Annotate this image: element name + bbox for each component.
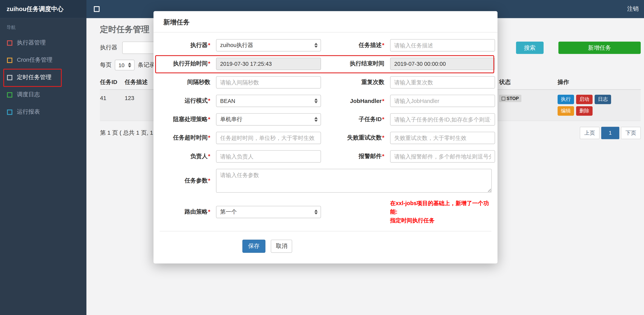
menu-square-icon [7,58,12,63]
modal-title: 新增任务 [154,11,498,33]
log-button[interactable]: 日志 [595,95,611,104]
collapse-menu-icon[interactable] [94,6,100,12]
sidebar: 导航 执行器管理 Cron任务管理 定时任务管理 调度日志 运行报表 [0,18,86,315]
end-time-label: 执行结束时间 [321,60,390,68]
select-arrows-icon [314,117,318,122]
sidebar-nav-label: 导航 [0,18,86,34]
block-strategy-label: 阻塞处理策略* [157,116,216,123]
modal-footer: 保存 取消 [154,231,498,253]
status-text: STOP [506,96,519,101]
interval-input[interactable] [216,76,321,89]
per-page-suffix: 条记录 [138,61,155,69]
job-param-label: 任务参数* [157,177,216,184]
job-handler-input[interactable] [390,95,495,107]
route-strategy-select-value: 第一个 [220,208,237,216]
stop-status-icon [502,97,505,100]
block-strategy-select[interactable]: 单机串行 [216,113,321,126]
child-job-id-input[interactable] [390,113,495,126]
menu-square-icon [7,40,12,46]
menu-square-icon [7,75,12,80]
header-job-id: 任务ID [100,79,125,86]
edit-button[interactable]: 编辑 [558,106,574,116]
alarm-email-label: 报警邮件* [321,153,390,160]
next-page-button[interactable]: 下页 [621,127,641,139]
run-mode-select-value: BEAN [220,98,235,104]
app-root: zuihou任务调度中心 注销 导航 执行器管理 Cron任务管理 定时任务管理… [0,0,644,315]
select-arrows-icon [314,209,318,214]
block-strategy-select-value: 单机串行 [220,116,242,123]
cancel-button[interactable]: 取消 [271,239,292,253]
cell-job-id: 41 [100,95,125,101]
executor-select-value: zuihou执行器 [220,42,253,49]
timeout-label: 任务超时时间* [157,134,216,142]
job-desc-input[interactable] [390,39,495,52]
sidebar-item-executor-manage[interactable]: 执行器管理 [0,34,86,52]
start-time-input[interactable] [216,58,321,70]
prev-page-button[interactable]: 上页 [580,127,600,139]
executor-label: 执行器* [157,42,216,49]
page-1-button[interactable]: 1 [601,127,620,139]
run-mode-label: 运行模式* [157,97,216,105]
sidebar-item-label: 调度日志 [17,91,40,98]
run-button[interactable]: 执行 [558,95,574,104]
start-button[interactable]: 启动 [576,95,592,104]
per-page-value: 10 [118,62,124,68]
add-job-button[interactable]: 新增任务 [558,42,641,54]
save-button[interactable]: 保存 [242,239,265,253]
end-time-input[interactable] [390,58,495,70]
pagination-summary: 第 1 页 ( 总共 1 页, 1 [100,129,153,137]
sidebar-item-label: 运行报表 [17,108,40,116]
sidebar-item-label: 执行器管理 [17,39,46,47]
header-status: 状态 [499,79,558,86]
cell-actions: 执行 启动 日志 编辑 删除 [558,95,641,116]
route-strategy-select[interactable]: 第一个 [216,206,321,218]
modal-body: 执行器* zuihou执行器 任务描述* 执行开始时间* 执行结束时间 间隔秒数 [154,33,498,225]
job-param-textarea[interactable] [216,169,492,192]
job-handler-label: JobHandler* [321,98,390,104]
executor-filter-label: 执行器 [100,44,117,52]
route-strategy-label: 路由策略* [157,208,216,216]
sidebar-item-label: 定时任务管理 [17,74,52,81]
sidebar-item-cron-job-manage[interactable]: Cron任务管理 [0,52,86,69]
sidebar-item-run-report[interactable]: 运行报表 [0,103,86,121]
select-arrows-icon [128,63,131,68]
child-job-id-label: 子任务ID* [321,116,390,123]
add-job-modal: 新增任务 执行器* zuihou执行器 任务描述* 执行开始时间* 执行结束时间 [154,11,498,263]
search-button[interactable]: 搜索 [516,42,544,54]
owner-label: 负责人* [157,153,216,160]
sidebar-item-timed-job-manage[interactable]: 定时任务管理 [0,69,86,86]
header-actions: 操作 [558,79,641,86]
menu-square-icon [7,92,12,98]
sidebar-item-dispatch-log[interactable]: 调度日志 [0,86,86,103]
feature-note: 在xxl-jobs项目的基础上，新增了一个功能: 指定时间执行任务 [390,199,492,225]
owner-input[interactable] [216,150,321,163]
interval-label: 间隔秒数 [157,79,216,86]
repeat-label: 重复次数 [321,79,390,86]
start-time-label: 执行开始时间* [157,60,216,68]
delete-button[interactable]: 删除 [576,106,592,116]
sidebar-item-label: Cron任务管理 [17,57,52,64]
run-mode-select[interactable]: BEAN [216,95,321,107]
job-desc-label: 任务描述* [321,42,390,49]
pagination-buttons: 上页 1 下页 [580,127,641,139]
repeat-input[interactable] [390,76,495,89]
status-badge: STOP [499,95,521,102]
cell-status: STOP [499,95,558,102]
retry-count-input[interactable] [390,132,495,144]
executor-select[interactable]: zuihou执行器 [216,39,321,52]
retry-count-label: 失败重试次数* [321,134,390,142]
per-page-label: 每页 [100,61,112,69]
select-arrows-icon [314,43,318,48]
per-page-select[interactable]: 10 [115,60,134,70]
app-brand: zuihou任务调度中心 [0,0,86,18]
logout-link[interactable]: 注销 [627,6,644,13]
menu-square-icon [7,109,12,115]
select-arrows-icon [314,99,318,104]
alarm-email-input[interactable] [390,150,495,163]
timeout-input[interactable] [216,132,321,144]
